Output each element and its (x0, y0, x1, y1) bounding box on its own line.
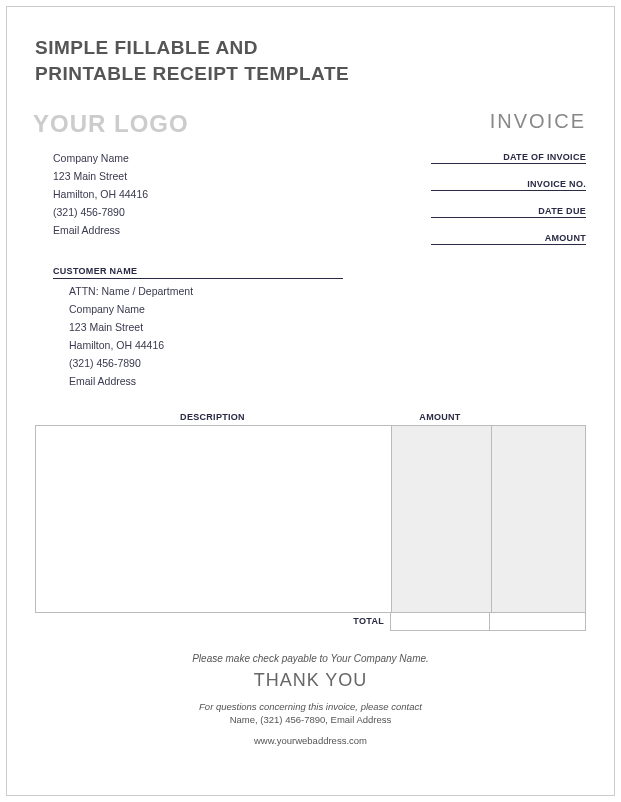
amount-column-1 (391, 426, 491, 612)
table-header-row: DESCRIPTION AMOUNT (35, 412, 586, 425)
amount-column-2 (491, 426, 585, 612)
invoice-heading: INVOICE (490, 110, 586, 133)
meta-date-of-invoice: DATE OF INVOICE (431, 150, 586, 164)
description-column (36, 426, 391, 612)
top-section: Company Name 123 Main Street Hamilton, O… (35, 150, 586, 258)
customer-company: Company Name (69, 301, 586, 319)
header-row: YOUR LOGO INVOICE (35, 110, 586, 138)
invoice-template-page: SIMPLE FILLABLE ANDPRINTABLE RECEIPT TEM… (6, 6, 615, 796)
total-label: TOTAL (35, 613, 390, 631)
customer-cityline: Hamilton, OH 44416 (69, 337, 586, 355)
invoice-meta-block: DATE OF INVOICE INVOICE NO. DATE DUE AMO… (431, 150, 586, 258)
customer-block: ATTN: Name / Department Company Name 123… (35, 283, 586, 390)
total-cell-2 (490, 613, 586, 631)
line-items-table: DESCRIPTION AMOUNT TOTAL (35, 412, 586, 631)
sender-cityline: Hamilton, OH 44416 (53, 186, 148, 204)
logo-placeholder: YOUR LOGO (33, 110, 189, 138)
contact-info: Name, (321) 456-7890, Email Address (35, 714, 586, 725)
customer-phone: (321) 456-7890 (69, 355, 586, 373)
sender-block: Company Name 123 Main Street Hamilton, O… (35, 150, 148, 258)
meta-amount: AMOUNT (431, 231, 586, 245)
customer-street: 123 Main Street (69, 319, 586, 337)
header-description: DESCRIPTION (35, 412, 390, 422)
sender-phone: (321) 456-7890 (53, 204, 148, 222)
total-row: TOTAL (35, 613, 586, 631)
meta-date-due: DATE DUE (431, 204, 586, 218)
header-amount: AMOUNT (390, 412, 490, 422)
web-address: www.yourwebaddress.com (35, 735, 586, 746)
table-body (35, 425, 586, 613)
sender-email: Email Address (53, 222, 148, 240)
thank-you: THANK YOU (35, 670, 586, 691)
customer-attn: ATTN: Name / Department (69, 283, 586, 301)
payable-line: Please make check payable to Your Compan… (35, 653, 586, 664)
footer-block: Please make check payable to Your Compan… (35, 653, 586, 746)
total-cell-1 (390, 613, 490, 631)
contact-line: For questions concerning this invoice, p… (35, 701, 586, 712)
document-title: SIMPLE FILLABLE ANDPRINTABLE RECEIPT TEM… (35, 35, 586, 86)
sender-company: Company Name (53, 150, 148, 168)
meta-invoice-no: INVOICE NO. (431, 177, 586, 191)
customer-header: CUSTOMER NAME (53, 266, 343, 279)
customer-email: Email Address (69, 373, 586, 391)
sender-street: 123 Main Street (53, 168, 148, 186)
